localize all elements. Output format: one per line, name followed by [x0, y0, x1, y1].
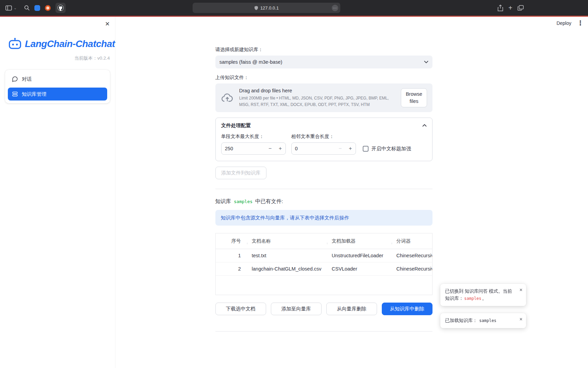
chevron-down-icon[interactable]: ⌄	[14, 6, 17, 10]
max-length-value[interactable]: 250	[222, 146, 265, 151]
minus-stepper-button[interactable]: −	[265, 145, 275, 152]
knowledge-base-icon	[12, 91, 18, 97]
dropzone-hint: Limit 200MB per file • HTML, MD, JSON, C…	[239, 95, 396, 108]
page-content: 请选择或新建知识库： samples (faiss @ m3e-base) 上传…	[215, 17, 432, 332]
overlap-label: 相邻文本重合长度：	[291, 134, 356, 140]
existing-title-prefix: 知识库	[215, 198, 231, 205]
toast-kb-code: samples	[463, 296, 482, 301]
cell-no: 1	[216, 253, 247, 258]
zh-title-checkbox[interactable]	[363, 146, 369, 152]
sidebar-item-label: 知识库管理	[22, 91, 47, 97]
kb-select[interactable]: samples (faiss @ m3e-base)	[215, 56, 432, 68]
toast-kb-loaded: 已加载知识库： samples ✕	[440, 313, 526, 328]
logo-robot-icon	[8, 38, 22, 50]
dropzone-title: Drag and drop files here	[239, 88, 396, 93]
kb-select-label: 请选择或新建知识库：	[215, 47, 432, 53]
toast-mode-switched: 已切换到 知识库问答 模式。当前知识库：samples。 ✕	[440, 284, 526, 306]
sidebar-nav: 对话 知识库管理	[5, 70, 110, 103]
search-icon[interactable]	[24, 5, 30, 11]
zh-title-checkbox-label: 开启中文标题加强	[372, 145, 411, 152]
files-table: 序号 文档名称 文档加载器 分词器 1 test.txt Unstructure…	[215, 233, 432, 295]
overlap-input[interactable]: 0 − +	[291, 142, 356, 155]
tabs-overview-icon[interactable]	[518, 5, 524, 11]
select-chevron-down-icon	[424, 61, 428, 63]
table-header-loader: 文档加载器	[327, 238, 392, 244]
toast-close-icon[interactable]: ✕	[519, 316, 523, 323]
download-selected-button[interactable]: 下载选中文档	[215, 303, 266, 315]
plus-stepper-button[interactable]: +	[275, 145, 285, 152]
overlap-value[interactable]: 0	[292, 146, 335, 151]
sidebar-item-kb-management[interactable]: 知识库管理	[8, 88, 107, 101]
cell-loader: CSVLoader	[327, 266, 392, 272]
extensions-badge[interactable]: ⋯	[332, 5, 338, 11]
table-row[interactable]: 1 test.txt UnstructuredFileLoader Chines…	[216, 249, 432, 262]
browser-toolbar-left: ⌄	[5, 0, 66, 16]
chevron-up-icon	[422, 124, 427, 127]
table-row[interactable]: 2 langchain-ChatGLM_closed.csv CSVLoader…	[216, 262, 432, 276]
logo: LangChain-Chatchat	[8, 38, 115, 50]
url-bar[interactable]: 127.0.0.1 ⋯	[193, 3, 340, 13]
expander-header[interactable]: 文件处理配置	[216, 118, 432, 133]
existing-files-title: 知识库 samples 中已有文件:	[215, 198, 432, 205]
shield-icon	[254, 6, 258, 10]
existing-title-suffix: 中已有文件:	[255, 198, 283, 205]
cell-loader: UnstructuredFileLoader	[327, 253, 392, 258]
kb-name-code: samples	[234, 199, 252, 204]
delete-from-vectorstore-button[interactable]: 从向量库删除	[326, 303, 377, 315]
browser-chrome: ⌄ 127.0.0.1 ⋯ +	[0, 0, 588, 16]
cell-splitter: ChineseRecursive	[392, 266, 432, 272]
browser-toolbar-right: +	[497, 0, 524, 16]
cell-no: 2	[216, 266, 247, 272]
plus-stepper-button[interactable]: +	[345, 145, 356, 152]
logo-text: LangChain-Chatchat	[25, 39, 115, 49]
cell-name: test.txt	[247, 253, 327, 258]
upload-label: 上传知识文件：	[215, 75, 432, 81]
url-text: 127.0.0.1	[260, 5, 279, 11]
overflow-menu-icon[interactable]: ⋮	[577, 20, 584, 26]
new-tab-icon[interactable]: +	[508, 4, 512, 11]
minus-stepper-button[interactable]: −	[335, 145, 345, 152]
max-length-group: 单段文本最大长度： 250 − +	[221, 134, 286, 155]
share-icon[interactable]	[497, 5, 503, 11]
orange-app-icon[interactable]	[45, 5, 51, 11]
cell-splitter: ChineseRecursive	[392, 253, 432, 258]
table-header-splitter: 分词器	[392, 238, 432, 244]
divider	[215, 189, 432, 189]
cell-name: langchain-ChatGLM_closed.csv	[247, 266, 327, 272]
table-actions: 下载选中文档 添加至向量库 从向量库删除 从知识库中删除	[215, 303, 432, 315]
add-to-vectorstore-button[interactable]: 添加至向量库	[271, 303, 322, 315]
max-length-input[interactable]: 250 − +	[221, 142, 286, 155]
sidebar-toggle-icon[interactable]	[5, 5, 12, 11]
expander-body: 单段文本最大长度： 250 − + 相邻文本重合长度： 0 − +	[216, 133, 432, 161]
sidebar-item-chat[interactable]: 对话	[8, 73, 107, 86]
delete-from-kb-button[interactable]: 从知识库中删除	[382, 303, 432, 315]
zh-title-check-group: 开启中文标题加强	[363, 142, 411, 155]
cloud-upload-icon	[221, 92, 234, 103]
table-header-row: 序号 文档名称 文档加载器 分词器	[216, 233, 432, 249]
toast-suffix: 。	[482, 296, 487, 301]
sidebar: ✕ LangChain-Chatchat 当前版本：v0.2.4 对话 知识库管…	[0, 17, 115, 368]
file-dropzone[interactable]: Drag and drop files here Limit 200MB per…	[215, 83, 432, 112]
chat-icon	[12, 76, 18, 82]
version-label: 当前版本：v0.2.4	[0, 55, 110, 61]
toast-kb-code: samples	[478, 318, 497, 323]
file-config-expander: 文件处理配置 单段文本最大长度： 250 − +	[215, 118, 432, 161]
max-length-label: 单段文本最大长度：	[221, 134, 286, 140]
sidebar-item-label: 对话	[22, 76, 32, 82]
overlap-group: 相邻文本重合长度： 0 − +	[291, 134, 356, 155]
info-message: 知识库中包含源文件与向量库，请从下表中选择文件后操作	[215, 210, 432, 226]
expander-title: 文件处理配置	[221, 122, 251, 129]
sidebar-close-icon[interactable]: ✕	[105, 20, 110, 28]
add-files-button[interactable]: 添加文件到知识库	[215, 167, 266, 179]
toast-text: 已加载知识库：	[445, 318, 477, 323]
divider	[215, 331, 432, 332]
browse-files-button[interactable]: Browse files	[401, 88, 427, 107]
kb-select-value: samples (faiss @ m3e-base)	[219, 59, 282, 65]
table-header-name: 文档名称	[247, 238, 327, 244]
deploy-button[interactable]: Deploy	[556, 20, 571, 26]
blue-app-icon[interactable]	[34, 5, 40, 11]
table-header-no: 序号	[216, 238, 247, 244]
dropzone-text: Drag and drop files here Limit 200MB per…	[239, 88, 396, 108]
github-icon[interactable]	[55, 3, 66, 13]
toast-close-icon[interactable]: ✕	[519, 287, 523, 293]
